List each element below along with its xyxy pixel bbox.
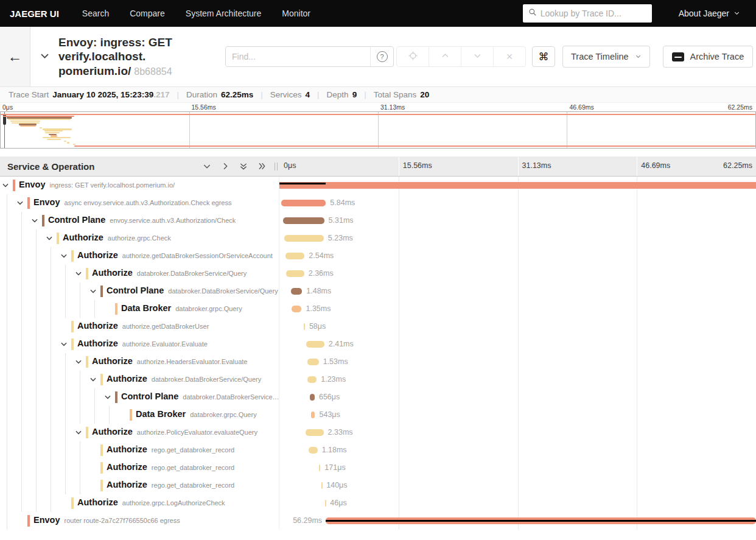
expand-one-button[interactable] bbox=[220, 161, 231, 172]
span-name-group[interactable]: Authorizeauthorize.getDataBrokerSessionO… bbox=[77, 250, 273, 260]
expand-all-button[interactable] bbox=[256, 161, 267, 172]
span-bar[interactable] bbox=[292, 306, 301, 312]
span-row[interactable]: Control Planedatabroker.DataBrokerServic… bbox=[0, 388, 756, 406]
nav-item-compare[interactable]: Compare bbox=[130, 9, 165, 18]
span-row[interactable]: Envoyasync envoy.service.auth.v3.Authori… bbox=[0, 194, 756, 212]
span-bar[interactable] bbox=[306, 341, 324, 348]
span-name-group[interactable]: Authorizerego.get_databroker_record bbox=[107, 462, 234, 472]
span-bar[interactable] bbox=[307, 376, 317, 383]
span-bar[interactable] bbox=[311, 412, 315, 418]
service-color-bar bbox=[13, 180, 15, 191]
span-name-group[interactable]: Authorizeauthorize.grpc.LogAuthorizeChec… bbox=[77, 497, 225, 507]
chevron-down-icon[interactable] bbox=[89, 287, 97, 298]
chevron-down-icon[interactable] bbox=[30, 216, 39, 227]
span-row[interactable]: Envoyingress: GET verify.localhost.pomer… bbox=[0, 177, 756, 194]
span-name-group[interactable]: Control Planeenvoy.service.auth.v3.Autho… bbox=[48, 215, 236, 225]
span-name-group[interactable]: Authorizerego.get_databroker_record bbox=[107, 444, 234, 454]
nav-item-monitor[interactable]: Monitor bbox=[282, 9, 310, 18]
span-name-group[interactable]: Authorizeauthorize.PolicyEvaluator.evalu… bbox=[92, 427, 257, 437]
trace-minimap[interactable] bbox=[0, 111, 756, 149]
span-row[interactable]: Authorizeauthorize.getDataBrokerUser58μs bbox=[0, 318, 756, 335]
span-name-group[interactable]: Authorizedatabroker.DataBrokerService/Qu… bbox=[92, 268, 247, 278]
span-row[interactable]: Authorizeauthorize.Evaluator.Evaluate2.4… bbox=[0, 335, 756, 353]
span-row[interactable]: Authorizedatabroker.DataBrokerService/Qu… bbox=[0, 265, 756, 282]
span-bar-cell: 1.48ms bbox=[279, 282, 756, 300]
span-name-group[interactable]: Authorizeauthorize.Evaluator.Evaluate bbox=[77, 338, 208, 348]
collapse-all-button[interactable] bbox=[238, 161, 249, 172]
collapse-one-button[interactable] bbox=[201, 161, 212, 172]
archive-trace-button[interactable]: Archive Trace bbox=[663, 46, 754, 68]
span-bar[interactable] bbox=[321, 482, 323, 489]
chevron-down-icon[interactable] bbox=[1, 181, 10, 192]
chevron-down-icon[interactable] bbox=[74, 428, 83, 439]
chevron-down-icon[interactable] bbox=[60, 340, 68, 351]
span-name-group[interactable]: Authorizeauthorize.HeadersEvaluator.Eval… bbox=[92, 356, 247, 366]
nav-item-system-architecture[interactable]: System Architecture bbox=[186, 9, 262, 18]
back-arrow-button[interactable]: ← bbox=[8, 49, 23, 64]
span-name-group[interactable]: Data Brokerdatabroker.grpc.Query bbox=[121, 303, 242, 313]
next-result-button[interactable] bbox=[461, 46, 494, 67]
chevron-down-icon[interactable] bbox=[89, 375, 97, 386]
chevron-down-icon[interactable] bbox=[16, 198, 24, 209]
span-row[interactable]: Authorizeauthorize.grpc.LogAuthorizeChec… bbox=[0, 494, 756, 512]
span-row[interactable]: Authorizerego.get_databroker_record171μs bbox=[0, 459, 756, 477]
span-bar[interactable] bbox=[284, 235, 324, 242]
chevron-down-icon[interactable] bbox=[60, 251, 68, 262]
span-bar[interactable] bbox=[309, 447, 318, 454]
span-name-group[interactable]: Authorizeauthorize.grpc.Check bbox=[63, 233, 171, 242]
span-row[interactable]: Authorizerego.get_databroker_record140μs bbox=[0, 477, 756, 494]
app-brand[interactable]: JAEGER UI bbox=[10, 9, 59, 19]
chevron-down-icon[interactable] bbox=[74, 357, 83, 368]
span-name-group[interactable]: Control Planedatabroker.DataBrokerServic… bbox=[121, 391, 279, 401]
keyboard-shortcuts-button[interactable]: ⌘ bbox=[532, 46, 555, 67]
chevron-down-icon[interactable] bbox=[74, 269, 83, 280]
minimap-gridline bbox=[567, 112, 567, 148]
prev-result-button[interactable] bbox=[429, 46, 461, 67]
span-name-group[interactable]: Envoyingress: GET verify.localhost.pomer… bbox=[19, 180, 175, 189]
span-bar[interactable] bbox=[286, 270, 304, 277]
trace-id-input[interactable] bbox=[541, 9, 646, 18]
trace-detail-toggle[interactable] bbox=[30, 50, 58, 64]
find-input[interactable] bbox=[226, 47, 370, 66]
span-name-group[interactable]: Data Brokerdatabroker.grpc.Query bbox=[136, 409, 257, 419]
span-name-group[interactable]: Envoyasync envoy.service.auth.v3.Authori… bbox=[33, 197, 231, 207]
span-bar[interactable] bbox=[319, 465, 320, 471]
indent-guide bbox=[94, 300, 95, 318]
column-resizer[interactable] bbox=[275, 163, 278, 170]
span-name-group[interactable]: Authorizerego.get_databroker_record bbox=[107, 480, 234, 489]
span-row[interactable]: Authorizeauthorize.PolicyEvaluator.evalu… bbox=[0, 424, 756, 441]
service-name: Data Broker bbox=[121, 303, 171, 313]
span-name-group[interactable]: Authorizedatabroker.DataBrokerService/Qu… bbox=[107, 374, 261, 384]
span-name-group[interactable]: Control Planedatabroker.DataBrokerServic… bbox=[107, 286, 278, 295]
span-row[interactable]: Authorizeauthorize.grpc.Check5.23ms bbox=[0, 230, 756, 247]
chevron-down-icon[interactable] bbox=[45, 234, 54, 245]
span-name-group[interactable]: Envoyrouter route-2a7c27f766550c66 egres… bbox=[33, 515, 180, 525]
span-row[interactable]: Authorizeauthorize.HeadersEvaluator.Eval… bbox=[0, 353, 756, 371]
span-bar[interactable] bbox=[291, 288, 302, 295]
span-row[interactable]: Data Brokerdatabroker.grpc.Query1.35ms bbox=[0, 300, 756, 318]
clear-search-button[interactable]: × bbox=[493, 46, 526, 67]
span-bar[interactable] bbox=[283, 217, 324, 224]
span-bar[interactable] bbox=[285, 253, 304, 259]
span-name-group[interactable]: Authorizeauthorize.getDataBrokerUser bbox=[77, 321, 209, 331]
span-row[interactable]: Authorizerego.get_databroker_record1.18m… bbox=[0, 441, 756, 459]
span-bar[interactable] bbox=[304, 323, 305, 330]
span-bar[interactable] bbox=[310, 394, 315, 401]
span-bar[interactable] bbox=[325, 500, 326, 507]
find-help-button[interactable]: ? bbox=[370, 47, 393, 66]
span-row[interactable]: Authorizeauthorize.getDataBrokerSessionO… bbox=[0, 247, 756, 265]
span-row[interactable]: Envoyrouter route-2a7c27f766550c66 egres… bbox=[0, 512, 756, 530]
span-bar[interactable] bbox=[306, 429, 323, 436]
span-bar[interactable] bbox=[307, 359, 319, 365]
nav-item-search[interactable]: Search bbox=[82, 9, 109, 18]
span-row[interactable]: Control Planedatabroker.DataBrokerServic… bbox=[0, 282, 756, 300]
span-bar[interactable] bbox=[281, 200, 326, 206]
span-row[interactable]: Control Planeenvoy.service.auth.v3.Autho… bbox=[0, 212, 756, 230]
about-jaeger-menu[interactable]: About Jaeger bbox=[679, 9, 740, 18]
focus-span-button[interactable] bbox=[396, 46, 429, 67]
span-bar[interactable] bbox=[279, 182, 756, 189]
span-row[interactable]: Authorizedatabroker.DataBrokerService/Qu… bbox=[0, 371, 756, 388]
span-row[interactable]: Data Brokerdatabroker.grpc.Query543μs bbox=[0, 406, 756, 424]
trace-view-select[interactable]: Trace Timeline bbox=[562, 46, 650, 68]
chevron-down-icon[interactable] bbox=[103, 393, 112, 404]
